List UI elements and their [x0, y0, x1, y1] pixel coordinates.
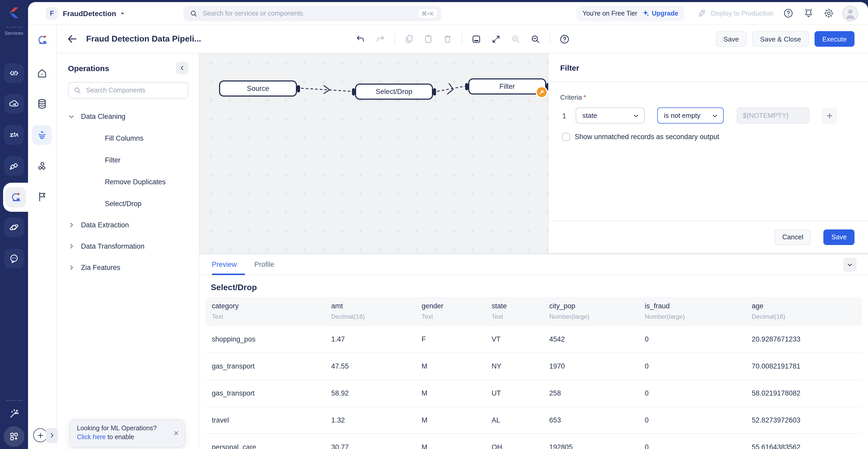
table-cell: personal_care	[212, 443, 331, 449]
integrations-icon	[8, 160, 20, 172]
paste-icon[interactable]	[423, 34, 433, 44]
back-arrow-icon[interactable]	[66, 33, 78, 45]
add-criteria-button[interactable]	[822, 108, 837, 123]
collapse-preview-button[interactable]	[843, 257, 857, 272]
table-cell: 70.0082191781	[752, 362, 862, 370]
module-rail-item-flag[interactable]	[32, 187, 52, 206]
services-rail-item-cloud-sync[interactable]	[4, 94, 24, 114]
brand-logo-icon[interactable]	[6, 5, 22, 21]
services-rail-item-pipeline-fish-active[interactable]	[3, 183, 28, 212]
component-search-input[interactable]	[68, 82, 188, 99]
filter-save-button[interactable]: Save	[824, 229, 855, 245]
project-caret-down-icon[interactable]	[120, 11, 125, 16]
add-new-button[interactable]	[33, 428, 47, 442]
click-here-link[interactable]: Click here	[77, 434, 106, 441]
module-rail-item-datasets[interactable]	[32, 94, 52, 114]
tree-child-fill-columns[interactable]: Fill Columns	[68, 127, 188, 149]
table-cell: 0	[645, 389, 752, 397]
toolbar-divider	[461, 34, 462, 44]
save-close-button[interactable]: Save & Close	[752, 31, 809, 47]
cancel-button[interactable]: Cancel	[775, 229, 811, 245]
global-search-input[interactable]	[202, 9, 418, 18]
pipeline-toolbar: Fraud Detection Data Pipeli... Save Save…	[57, 25, 868, 54]
tab-profile[interactable]: Profile	[254, 261, 274, 268]
free-tier-pill[interactable]: You're on Free Tier Upgrade	[576, 5, 684, 21]
help-icon[interactable]	[559, 33, 570, 44]
services-rail-item-orbit[interactable]	[4, 218, 24, 237]
module-rail-item-pipeline-funnel[interactable]	[32, 125, 52, 145]
project-name[interactable]: FraudDetection	[63, 9, 116, 18]
tree-item-data-cleaning[interactable]: Data Cleaning	[68, 106, 188, 127]
datasets-icon	[36, 98, 48, 109]
global-search[interactable]: ⌘+K	[183, 5, 441, 21]
table-cell: NY	[492, 362, 549, 370]
save-button[interactable]: Save	[716, 31, 746, 47]
toast-line2: Click here to enable	[77, 434, 169, 441]
tree-item-data-extraction[interactable]: Data Extraction	[68, 214, 188, 236]
criteria-row-number: 1	[560, 111, 568, 120]
assistant-icon	[8, 253, 20, 264]
module-rail-pipeline-product-icon[interactable]	[32, 30, 52, 50]
table-cell: UT	[492, 389, 549, 397]
fit-screen-icon[interactable]	[490, 33, 501, 44]
table-cell: 30.77	[331, 443, 422, 449]
secondary-output-checkbox[interactable]	[562, 133, 570, 141]
upgrade-link[interactable]: Upgrade	[652, 10, 678, 17]
settings-gear-icon[interactable]	[824, 8, 834, 19]
flow-canvas[interactable]: Source Select/Drop Filter	[199, 54, 548, 253]
table-cell: gas_transport	[212, 389, 331, 397]
tree-child-select-drop[interactable]: Select/Drop	[68, 193, 188, 214]
zoom-out-icon[interactable]	[530, 33, 541, 44]
criteria-value-input[interactable]	[737, 107, 809, 124]
table-cell: shopping_pos	[212, 335, 331, 343]
rail-divider	[6, 400, 22, 401]
condition-select[interactable]: is not empty	[657, 107, 724, 124]
module-rail-item-home[interactable]	[32, 63, 52, 83]
toast-close-icon[interactable]	[173, 430, 180, 437]
zoom-in-icon[interactable]	[510, 33, 521, 44]
tree-child-filter[interactable]: Filter	[68, 149, 188, 171]
services-rail-item-magic-wand[interactable]	[4, 404, 24, 423]
services-rail-item-apps[interactable]	[4, 426, 24, 447]
collapse-panel-button[interactable]	[176, 62, 188, 74]
tree-item-zia-features[interactable]: Zia Features	[68, 257, 188, 278]
table-cell: 47.55	[331, 362, 422, 370]
expand-ml-panel-button[interactable]	[46, 428, 58, 443]
project-badge[interactable]: F	[46, 7, 58, 20]
table-cell: 653	[549, 416, 645, 424]
services-rail-item-assistant[interactable]	[4, 249, 24, 268]
toolbar-buttons: Save Save & Close Execute	[716, 31, 855, 47]
table-cell: M	[422, 389, 492, 397]
column-header-gender: genderText	[422, 302, 492, 326]
chevron-down-icon	[68, 113, 75, 120]
tree-item-data-transformation[interactable]: Data Transformation	[68, 236, 188, 257]
column-header-is_fraud: is_fraudNumber(large)	[645, 302, 752, 326]
undo-icon[interactable]	[355, 33, 366, 44]
tab-preview[interactable]: Preview	[212, 261, 237, 268]
column-select[interactable]: state	[576, 107, 645, 124]
app-root: Services F FraudDetection ⌘+K You're on …	[0, 0, 868, 449]
copy-icon[interactable]	[404, 34, 414, 44]
home-icon	[36, 67, 48, 79]
table-cell: 0	[645, 443, 752, 449]
module-rail-item-clusters[interactable]	[32, 156, 52, 176]
help-icon[interactable]	[783, 8, 794, 19]
delete-icon[interactable]	[442, 34, 453, 44]
toggle-bottom-panel-icon[interactable]	[471, 33, 482, 44]
services-rail-item-code[interactable]	[4, 63, 24, 83]
tree-child-remove-duplicates[interactable]: Remove Duplicates	[68, 171, 188, 193]
execute-button[interactable]: Execute	[814, 31, 855, 47]
redo-icon[interactable]	[375, 33, 385, 44]
table-cell: 1970	[549, 362, 645, 370]
user-avatar[interactable]	[843, 5, 858, 21]
notifications-bell-icon[interactable]	[803, 8, 814, 19]
table-row: personal_care30.77MOH192805055.616438356…	[206, 434, 862, 449]
column-header-age: ageDecimal(16)	[752, 302, 862, 326]
deploy-to-production-button[interactable]: Deploy to Production	[697, 8, 774, 18]
rocket-icon	[697, 8, 707, 18]
services-rail-item-zia[interactable]	[4, 125, 24, 145]
table-cell: 20.9287671233	[752, 335, 862, 343]
free-tier-text: You're on Free Tier	[583, 10, 637, 17]
code-icon	[8, 67, 20, 79]
services-rail-item-integrations[interactable]	[4, 156, 24, 176]
